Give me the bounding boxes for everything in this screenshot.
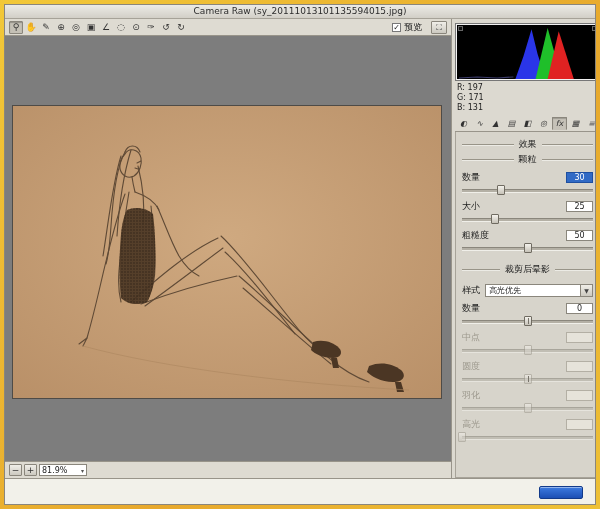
grain-size-row: 大小 25 [462, 200, 593, 224]
tab-basic[interactable]: ◐ [456, 117, 471, 130]
tab-camera-calibration[interactable]: ▦ [568, 117, 583, 130]
vignette-highlights-row: 高光 [462, 418, 593, 442]
grain-amount-slider[interactable] [462, 185, 593, 195]
vignette-highlights-label: 高光 [462, 418, 480, 431]
white-balance-tool-icon[interactable]: ✎ [39, 21, 53, 34]
spot-removal-tool-icon[interactable]: ◌ [114, 21, 128, 34]
zoom-in-button[interactable]: + [24, 464, 37, 476]
grain-roughness-value[interactable]: 50 [566, 230, 593, 241]
chevron-down-icon: ▼ [580, 285, 592, 296]
vignette-midpoint-label: 中点 [462, 331, 480, 344]
zoom-out-button[interactable]: − [9, 464, 22, 476]
slider-thumb [524, 345, 532, 355]
zoom-level-value: 81.9% [42, 466, 67, 475]
tab-split-toning[interactable]: ◧ [520, 117, 535, 130]
preview-label: 预览 [404, 21, 422, 34]
vignette-feather-slider [462, 403, 593, 413]
rgb-readout-r: R: 197 [457, 83, 596, 93]
chevron-down-icon: ▾ [81, 467, 84, 474]
vignette-roundness-label: 圆度 [462, 360, 480, 373]
histogram-chart [457, 25, 596, 79]
zoom-level-select[interactable]: 81.9% ▾ [39, 464, 87, 476]
image-canvas [5, 36, 451, 461]
vignette-roundness-slider [462, 374, 593, 384]
color-sampler-tool-icon[interactable]: ⊕ [54, 21, 68, 34]
tab-hsl[interactable]: ▤ [504, 117, 519, 130]
grain-amount-value[interactable]: 30 [566, 172, 593, 183]
slider-thumb[interactable] [497, 185, 505, 195]
vignette-feather-value [566, 390, 593, 401]
preview-checkbox-group: ✓ 预览 [392, 21, 422, 34]
vignette-roundness-value [566, 361, 593, 372]
vignette-midpoint-row: 中点 [462, 331, 593, 355]
vignette-style-select[interactable]: 高光优先 ▼ [485, 284, 593, 297]
statusbar: − + 81.9% ▾ [5, 461, 451, 478]
slider-thumb [458, 432, 466, 442]
sketch-image [13, 106, 441, 398]
hand-tool-icon[interactable]: ✋ [24, 21, 38, 34]
straighten-tool-icon[interactable]: ∠ [99, 21, 113, 34]
done-button[interactable] [539, 486, 583, 499]
tab-lens-corrections[interactable]: ◎ [536, 117, 551, 130]
effects-panel: 效果 颗粒 数量 30 [455, 132, 596, 478]
grain-amount-row: 数量 30 [462, 171, 593, 195]
vignette-midpoint-slider [462, 345, 593, 355]
vignette-style-value: 高光优先 [486, 285, 580, 296]
slider-thumb[interactable] [524, 316, 532, 326]
zoom-tool-icon[interactable]: ⚲ [9, 21, 23, 34]
grain-size-label: 大小 [462, 200, 480, 213]
rotate-right-tool-icon[interactable]: ↻ [174, 21, 188, 34]
preview-checkbox[interactable]: ✓ [392, 23, 401, 32]
vignette-amount-slider[interactable] [462, 316, 593, 326]
tab-effects[interactable]: fx [552, 117, 567, 130]
grain-section-header: 颗粒 [462, 153, 593, 166]
grain-roughness-row: 粗糙度 50 [462, 229, 593, 253]
tab-presets[interactable]: ≡ [584, 117, 596, 130]
highlight-clipping-indicator[interactable] [592, 26, 596, 31]
shadow-clipping-indicator[interactable] [458, 26, 463, 31]
vignette-section-header: 裁剪后晕影 [462, 263, 593, 276]
vignette-roundness-row: 圆度 [462, 360, 593, 384]
slider-thumb[interactable] [491, 214, 499, 224]
screenshot-frame: Camera Raw (sy_20111013101135594015.jpg)… [0, 0, 600, 509]
vignette-highlights-value [566, 419, 593, 430]
window-title: Camera Raw (sy_20111013101135594015.jpg) [5, 5, 595, 19]
vignette-style-label: 样式 [462, 284, 480, 297]
grain-roughness-slider[interactable] [462, 243, 593, 253]
grain-amount-label: 数量 [462, 171, 480, 184]
vignette-amount-row: 数量 0 [462, 302, 593, 326]
dialog-footer [5, 478, 595, 504]
rgb-readout: R: 197 G: 171 B: 131 [457, 83, 596, 113]
slider-thumb[interactable] [524, 243, 532, 253]
rgb-readout-g: G: 171 [457, 93, 596, 103]
vignette-style-row: 样式 高光优先 ▼ [462, 283, 593, 297]
adjustments-panel: R: 197 G: 171 B: 131 ◐ ∿ ▲ ▤ ◧ ◎ fx ▦ ≡ [451, 19, 596, 478]
effects-panel-title: 效果 [519, 138, 537, 151]
left-pane: ⚲ ✋ ✎ ⊕ ◎ ▣ ∠ ◌ ⊙ ✑ ↺ ↻ ✓ 预览 [5, 19, 451, 478]
histogram [456, 24, 596, 80]
vignette-amount-value[interactable]: 0 [566, 303, 593, 314]
vignette-feather-label: 羽化 [462, 389, 480, 402]
tab-detail[interactable]: ▲ [488, 117, 503, 130]
toolbar: ⚲ ✋ ✎ ⊕ ◎ ▣ ∠ ◌ ⊙ ✑ ↺ ↻ ✓ 预览 [5, 19, 451, 36]
crop-tool-icon[interactable]: ▣ [84, 21, 98, 34]
camera-raw-dialog: Camera Raw (sy_20111013101135594015.jpg)… [4, 4, 596, 505]
vignette-section-title: 裁剪后晕影 [505, 263, 550, 276]
grain-roughness-label: 粗糙度 [462, 229, 489, 242]
vignette-feather-row: 羽化 [462, 389, 593, 413]
grain-section-title: 颗粒 [519, 153, 537, 166]
fullscreen-toggle-button[interactable]: ⛶ [431, 21, 447, 34]
rgb-readout-b: B: 131 [457, 103, 596, 113]
grain-size-slider[interactable] [462, 214, 593, 224]
photo-preview[interactable] [13, 106, 441, 398]
rotate-left-tool-icon[interactable]: ↺ [159, 21, 173, 34]
panel-tabstrip: ◐ ∿ ▲ ▤ ◧ ◎ fx ▦ ≡ [455, 116, 596, 132]
red-eye-tool-icon[interactable]: ⊙ [129, 21, 143, 34]
grain-size-value[interactable]: 25 [566, 201, 593, 212]
targeted-adjustment-tool-icon[interactable]: ◎ [69, 21, 83, 34]
vignette-midpoint-value [566, 332, 593, 343]
vignette-amount-label: 数量 [462, 302, 480, 315]
slider-thumb [524, 403, 532, 413]
adjustment-brush-tool-icon[interactable]: ✑ [144, 21, 158, 34]
tab-tone-curve[interactable]: ∿ [472, 117, 487, 130]
